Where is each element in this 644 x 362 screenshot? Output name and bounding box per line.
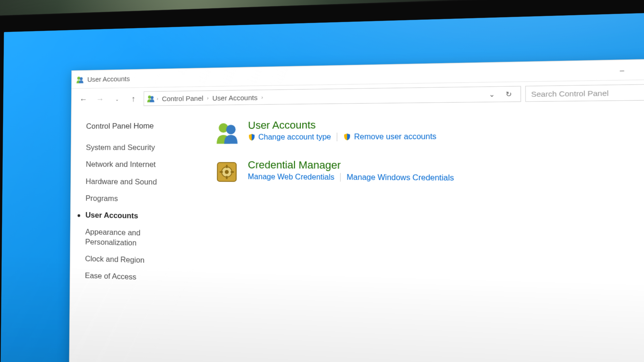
credential-manager-icon bbox=[214, 160, 239, 185]
sidebar-item-clock-and-region[interactable]: Clock and Region bbox=[85, 254, 192, 266]
link-label: Change account type bbox=[258, 133, 331, 142]
shield-icon bbox=[343, 133, 351, 141]
sidebar-item-appearance-and-personalization[interactable]: Appearance and Personalization bbox=[85, 227, 192, 249]
breadcrumb-sep: › bbox=[157, 96, 158, 101]
maximize-button[interactable]: ☐ bbox=[636, 60, 644, 80]
divider bbox=[340, 173, 340, 182]
svg-rect-12 bbox=[231, 171, 234, 173]
sidebar-item-system-and-security[interactable]: System and Security bbox=[86, 143, 192, 153]
control-panel-window: User Accounts – ☐ ✕ ← → ⌄ bbox=[69, 58, 644, 362]
address-bar-icon bbox=[147, 95, 155, 103]
svg-rect-9 bbox=[226, 165, 228, 168]
user-accounts-app-icon bbox=[76, 75, 84, 84]
category-title-credential-manager[interactable]: Credential Manager bbox=[248, 160, 454, 172]
link-label: Remove user accounts bbox=[354, 132, 437, 141]
forward-button[interactable]: → bbox=[93, 93, 106, 106]
category-credential-manager: Credential Manager Manage Web Credential… bbox=[214, 160, 644, 188]
category-title-user-accounts[interactable]: User Accounts bbox=[248, 119, 436, 131]
up-button[interactable]: ↑ bbox=[127, 92, 140, 106]
address-history-dropdown[interactable]: ⌄ bbox=[484, 87, 500, 102]
sidebar-item-network-and-internet[interactable]: Network and Internet bbox=[86, 160, 192, 170]
sidebar: Control Panel Home System and Security N… bbox=[69, 109, 201, 362]
sidebar-item-programs[interactable]: Programs bbox=[86, 193, 192, 204]
shield-icon bbox=[248, 134, 256, 141]
sidebar-home-link[interactable]: Control Panel Home bbox=[86, 121, 193, 131]
link-manage-web-credentials[interactable]: Manage Web Credentials bbox=[248, 173, 334, 182]
breadcrumb-sep: › bbox=[207, 95, 209, 101]
window-controls: – ☐ ✕ bbox=[607, 59, 644, 80]
refresh-button[interactable]: ↻ bbox=[500, 86, 518, 102]
sidebar-category-list: System and Security Network and Internet… bbox=[85, 143, 192, 284]
chevron-down-icon: ⌄ bbox=[115, 97, 119, 102]
divider bbox=[337, 133, 337, 141]
back-button[interactable]: ← bbox=[77, 93, 90, 107]
svg-point-5 bbox=[226, 125, 235, 134]
titlebar: User Accounts – ☐ ✕ bbox=[72, 59, 644, 89]
svg-rect-10 bbox=[226, 176, 228, 179]
link-label: Manage Windows Credentials bbox=[347, 173, 454, 183]
breadcrumb-child[interactable]: User Accounts bbox=[211, 94, 260, 102]
svg-point-3 bbox=[151, 96, 154, 99]
sidebar-item-user-accounts[interactable]: User Accounts bbox=[86, 210, 192, 222]
main-content: User Accounts bbox=[199, 104, 644, 362]
window-title: User Accounts bbox=[87, 75, 130, 83]
link-change-account-type[interactable]: Change account type bbox=[248, 133, 331, 142]
search-box[interactable]: ⌕ bbox=[525, 84, 644, 102]
link-manage-windows-credentials[interactable]: Manage Windows Credentials bbox=[347, 173, 454, 183]
desktop-screen: User Accounts – ☐ ✕ ← → ⌄ bbox=[1, 12, 644, 362]
link-label: Manage Web Credentials bbox=[248, 173, 334, 182]
svg-rect-11 bbox=[220, 171, 223, 173]
link-remove-user-accounts[interactable]: Remove user accounts bbox=[343, 132, 436, 141]
search-input[interactable] bbox=[531, 88, 644, 98]
minimize-button[interactable]: – bbox=[607, 60, 636, 80]
window-body: Control Panel Home System and Security N… bbox=[69, 104, 644, 362]
address-bar[interactable]: › Control Panel › User Accounts › ⌄ ↻ bbox=[144, 86, 521, 106]
svg-point-1 bbox=[80, 77, 83, 80]
sidebar-item-ease-of-access[interactable]: Ease of Access bbox=[85, 271, 192, 284]
recent-locations-button[interactable]: ⌄ bbox=[110, 92, 123, 106]
breadcrumb-sep: › bbox=[261, 95, 263, 100]
breadcrumb-root[interactable]: Control Panel bbox=[160, 94, 205, 103]
user-accounts-icon bbox=[214, 120, 239, 145]
sidebar-item-hardware-and-sound[interactable]: Hardware and Sound bbox=[86, 177, 192, 187]
category-user-accounts: User Accounts bbox=[214, 117, 644, 145]
